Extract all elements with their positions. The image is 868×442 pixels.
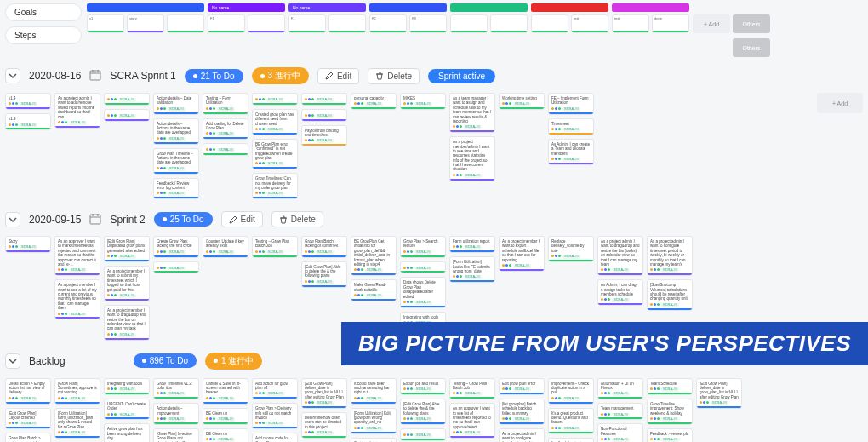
story-card[interactable]: TimesheetSCRA-## bbox=[548, 118, 594, 135]
story-card[interactable]: Data shows Delete Grow Plan disappeared … bbox=[400, 277, 446, 307]
lane-header[interactable] bbox=[531, 3, 608, 12]
story-card[interactable]: Add rooms code for Grow PlanSCRA-## bbox=[252, 433, 298, 442]
story-card[interactable]: feedback / re-test meSCRA-## bbox=[548, 438, 594, 443]
lane-card[interactable]: F1 bbox=[288, 14, 326, 33]
lane-card[interactable] bbox=[248, 14, 285, 33]
calendar-icon[interactable] bbox=[89, 213, 101, 227]
story-card[interactable]: Create Grow Plan: lacking the first cycl… bbox=[153, 236, 199, 258]
story-card[interactable]: Payroll from binding and timesheetSCRA-#… bbox=[301, 125, 347, 147]
lane-card[interactable]: F3 bbox=[409, 14, 447, 33]
lane-card[interactable]: test bbox=[571, 14, 608, 33]
sprint-2-collapse-toggle[interactable] bbox=[5, 212, 20, 227]
story-card[interactable]: Action details – Actions in the same dat… bbox=[153, 118, 199, 145]
story-card[interactable]: [Edit Grow Plan] Able to delete the & th… bbox=[301, 261, 347, 288]
story-card[interactable]: Export job and resultSCRA-## bbox=[400, 378, 446, 395]
lane-header[interactable] bbox=[612, 3, 689, 12]
backlog-todo-badge[interactable]: 896 To Do bbox=[134, 353, 197, 368]
story-card[interactable]: Determine how often users can be directe… bbox=[301, 412, 347, 439]
story-card[interactable]: Team ScheduleSCRA-## bbox=[647, 378, 693, 395]
story-card[interactable]: v1.9SCRA-## bbox=[5, 113, 51, 130]
story-card[interactable]: As an approver I want to mark timesheet … bbox=[54, 236, 100, 276]
sprint-2-delete-button[interactable]: Delete bbox=[271, 211, 323, 227]
story-card[interactable]: SCRA-## bbox=[400, 428, 446, 441]
lane-others-button-2[interactable]: Others bbox=[733, 38, 770, 57]
story-card[interactable]: Sort function > amount column changes lo… bbox=[351, 438, 397, 443]
story-card[interactable]: FE – Implement Form UtilizationSCRA-## bbox=[548, 93, 594, 115]
story-card[interactable]: Farm utilization reportSCRA-## bbox=[449, 236, 495, 253]
lane-header[interactable]: No name bbox=[288, 3, 366, 12]
story-card[interactable]: Automation + UI on FirefoxSCRA-## bbox=[597, 378, 643, 400]
lane-card[interactable] bbox=[450, 14, 488, 33]
story-card[interactable]: Cancel & Save in in-screen crashed with … bbox=[203, 378, 248, 405]
story-card[interactable]: Active grow plan has been wrong delivery… bbox=[104, 423, 150, 442]
story-card[interactable]: [Edit Grow Plan] Layout crashedSCRA-## bbox=[5, 408, 51, 430]
story-card[interactable]: BE Clean upSCRA-## bbox=[203, 408, 248, 425]
story-card[interactable]: BE GrowPlan Get initial info for grow_pl… bbox=[351, 236, 397, 276]
story-card[interactable]: SCRA-## bbox=[301, 109, 347, 122]
lane-card[interactable]: story bbox=[127, 14, 164, 33]
story-card[interactable]: As a project admin I want to configure t… bbox=[499, 428, 545, 442]
story-card[interactable]: Feedback > review plaSCRA-## bbox=[647, 428, 693, 442]
story-card[interactable]: As a project admin I want to add/remove … bbox=[54, 93, 100, 129]
story-card[interactable]: URGENT: Can't create OrderSCRA-## bbox=[104, 399, 150, 421]
story-card[interactable]: [Edit Grow Plan] deliver_date in grow_pl… bbox=[696, 378, 742, 409]
story-card[interactable]: Grow Plan Batch > order product_idSCRA-#… bbox=[5, 433, 51, 442]
story-card[interactable]: [Edit Grow Plan] deliver_date in grow_pl… bbox=[301, 378, 347, 409]
story-card[interactable]: Grow Plan > Delivery info still do not m… bbox=[252, 403, 298, 429]
story-card[interactable]: Add loading for Delete Grow PlanSCRA-## bbox=[203, 118, 248, 141]
lane-card[interactable]: done bbox=[652, 14, 689, 33]
story-card[interactable]: Edit grow plan errorSCRA-## bbox=[499, 378, 545, 395]
sprint-1-collapse-toggle[interactable] bbox=[5, 68, 20, 83]
story-card[interactable]: Testing – Grow Plan Batch JobSCRA-## bbox=[252, 236, 298, 258]
story-card[interactable]: v1.4SCRA-## bbox=[5, 93, 51, 110]
lane-header[interactable] bbox=[450, 3, 528, 12]
sprint-1-add-card[interactable]: + Add bbox=[817, 93, 863, 113]
story-card[interactable]: [Grow Plan] In-active Grow Plans not sho… bbox=[153, 428, 199, 442]
story-card[interactable]: As a project member/admin I want to see … bbox=[449, 136, 495, 181]
story-card[interactable]: personal capacitySCRA-## bbox=[351, 93, 397, 110]
story-card[interactable]: As a project member I want to submit my … bbox=[104, 266, 150, 301]
story-card[interactable]: [Form Utilization] Looks like FE submits… bbox=[449, 256, 495, 283]
story-card[interactable]: As a project admin I want to drag&drop a… bbox=[597, 236, 643, 276]
story-card[interactable]: SCRA-## bbox=[104, 93, 150, 106]
story-card[interactable]: As an approver I want to see list of tim… bbox=[449, 403, 495, 439]
story-card[interactable]: Integrating with toolsSCRA-## bbox=[104, 378, 150, 395]
story-card[interactable]: [Grow Plan] Sometimes, approve is not wo… bbox=[54, 378, 100, 405]
story-card[interactable]: Non-Functional FeaturesSCRA-## bbox=[597, 423, 643, 442]
story-card[interactable]: SCRA-## bbox=[400, 261, 446, 274]
lane-card[interactable] bbox=[490, 14, 528, 33]
sprint-2-edit-button[interactable]: Edit bbox=[221, 211, 263, 227]
story-card[interactable]: As a project member I want to see a list… bbox=[54, 279, 100, 319]
story-card[interactable]: [Edit Grow Plan] Duplicated grow plans g… bbox=[104, 236, 150, 262]
story-card[interactable]: [Form Utilization] Edit grow plan wrong … bbox=[351, 408, 397, 434]
story-card[interactable]: [Edit Grow Plan] Able to delete the & th… bbox=[400, 399, 446, 425]
lane-header[interactable] bbox=[87, 3, 204, 12]
story-card[interactable]: StorySCRA-## bbox=[5, 236, 51, 253]
steps-button[interactable]: Steps bbox=[5, 26, 82, 44]
backlog-progress-badge[interactable]: 1 進行中 bbox=[205, 353, 262, 370]
sprint-1-delete-button[interactable]: Delete bbox=[368, 68, 420, 84]
story-card[interactable]: Grow Timeline improvement: Show weekend … bbox=[647, 399, 693, 425]
story-card[interactable]: Detail action > Empty action list has vi… bbox=[5, 378, 51, 405]
story-card[interactable]: Feedback / Review error log contentSCRA-… bbox=[153, 178, 199, 200]
lane-card[interactable] bbox=[167, 14, 204, 33]
story-card[interactable]: Action details – ImprovementSCRA-## bbox=[153, 403, 199, 425]
sprint-active-button[interactable]: Sprint active bbox=[428, 69, 495, 83]
backlog-collapse-toggle[interactable] bbox=[5, 353, 20, 369]
story-card[interactable]: Working time settingSCRA-## bbox=[499, 93, 545, 110]
story-card[interactable]: Add action for grow plan v2SCRA-## bbox=[252, 378, 298, 400]
story-card[interactable]: Testing – Grow Plan Batch JobSCRA-## bbox=[449, 378, 495, 400]
story-card[interactable]: Replace densely_volume by toteSCRA-## bbox=[548, 236, 594, 262]
goals-button[interactable]: Goals bbox=[5, 3, 82, 21]
story-card[interactable]: As a team manager I want to assign and s… bbox=[449, 93, 495, 133]
story-card[interactable]: [Sow/Subcomp Volumes] calculations shoul… bbox=[647, 279, 693, 310]
lane-header[interactable] bbox=[369, 3, 447, 12]
story-card[interactable]: As a project member I want to export sch… bbox=[499, 236, 545, 272]
story-card[interactable]: BE Clean upSCRA-## bbox=[203, 428, 248, 442]
story-card[interactable]: [list growplan] Batch schedule backlog f… bbox=[499, 399, 545, 425]
story-card[interactable]: As a project member I want to drag&drop … bbox=[104, 305, 150, 341]
story-card[interactable]: SCRA-## bbox=[301, 93, 347, 106]
lane-header[interactable]: No name bbox=[208, 3, 285, 12]
lane-others-button[interactable]: Others bbox=[733, 14, 770, 33]
sprint-1-todo-badge[interactable]: 21 To Do bbox=[185, 69, 243, 83]
